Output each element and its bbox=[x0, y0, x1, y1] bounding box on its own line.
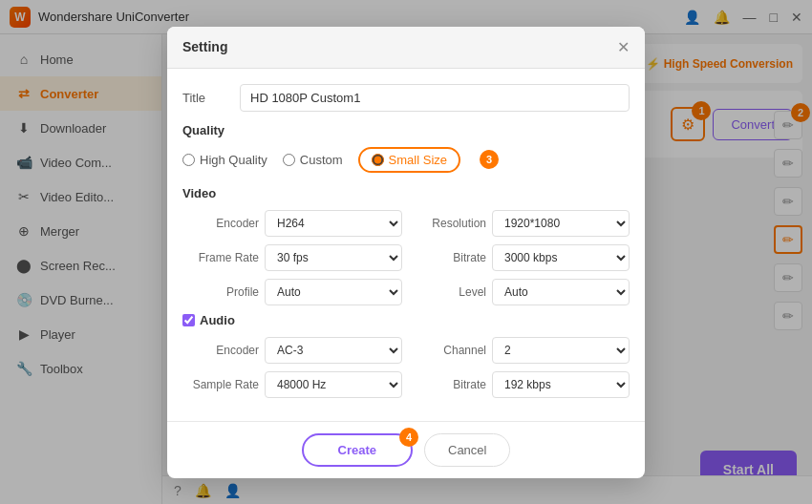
title-input[interactable] bbox=[240, 84, 630, 112]
title-label: Title bbox=[182, 91, 240, 105]
sample-rate-label: Sample Rate bbox=[182, 378, 259, 391]
resolution-field: Resolution 1920*1080 bbox=[410, 210, 630, 237]
encoder-label: Encoder bbox=[182, 217, 259, 230]
video-settings-grid: Encoder H264 Frame Rate 30 fps Profile bbox=[182, 210, 630, 313]
title-row: Title bbox=[182, 84, 630, 112]
audio-encoder-select[interactable]: AC-3 bbox=[265, 337, 402, 364]
audio-checkbox-label[interactable]: Audio bbox=[182, 313, 630, 327]
setting-modal: Setting ✕ Title Quality High Quality Cus… bbox=[167, 27, 645, 478]
audio-encoder-field: Encoder AC-3 bbox=[182, 337, 402, 364]
modal-title: Setting bbox=[182, 39, 227, 54]
channel-select[interactable]: 2 bbox=[492, 337, 630, 364]
audio-right-col: Channel 2 Bitrate 192 kbps bbox=[410, 337, 630, 406]
bitrate-label: Bitrate bbox=[410, 251, 486, 264]
framerate-field: Frame Rate 30 fps bbox=[182, 244, 402, 271]
video-section-title: Video bbox=[182, 186, 630, 200]
modal-close-button[interactable]: ✕ bbox=[617, 38, 630, 56]
profile-select[interactable]: Auto bbox=[265, 279, 402, 305]
modal-footer: Create 4 Cancel bbox=[167, 421, 645, 478]
encoder-row: Encoder H264 Frame Rate 30 fps Profile bbox=[182, 210, 402, 313]
audio-bitrate-select[interactable]: 192 kbps bbox=[492, 371, 630, 398]
bitrate-select[interactable]: 3000 kbps bbox=[492, 244, 630, 271]
profile-field: Profile Auto bbox=[182, 279, 402, 305]
audio-bitrate-label: Bitrate bbox=[410, 378, 486, 391]
audio-settings-grid: Encoder AC-3 Sample Rate 48000 Hz bbox=[182, 337, 630, 406]
quality-small-radio[interactable] bbox=[372, 154, 384, 166]
bitrate-field: Bitrate 3000 kbps bbox=[410, 244, 630, 271]
modal-overlay: Setting ✕ Title Quality High Quality Cus… bbox=[0, 0, 812, 504]
encoder-field: Encoder H264 bbox=[182, 210, 402, 237]
framerate-select[interactable]: 30 fps bbox=[265, 244, 402, 271]
cancel-button[interactable]: Cancel bbox=[424, 433, 510, 467]
quality-custom-option[interactable]: Custom bbox=[283, 153, 343, 167]
audio-left-col: Encoder AC-3 Sample Rate 48000 Hz bbox=[182, 337, 402, 406]
badge-3: 3 bbox=[480, 150, 499, 169]
badge-4: 4 bbox=[399, 428, 418, 447]
framerate-label: Frame Rate bbox=[182, 251, 259, 264]
modal-body: Title Quality High Quality Custom Small … bbox=[167, 69, 645, 421]
channel-label: Channel bbox=[410, 344, 486, 357]
audio-checkbox[interactable] bbox=[182, 314, 195, 326]
profile-label: Profile bbox=[182, 285, 259, 299]
sample-rate-select[interactable]: 48000 Hz bbox=[265, 371, 402, 398]
audio-bitrate-field: Bitrate 192 kbps bbox=[410, 371, 630, 398]
quality-high-option[interactable]: High Quality bbox=[182, 153, 267, 167]
resolution-label: Resolution bbox=[410, 217, 486, 230]
level-field: Level Auto bbox=[410, 279, 630, 305]
sample-rate-field: Sample Rate 48000 Hz bbox=[182, 371, 402, 398]
quality-small-option[interactable]: Small Size bbox=[358, 147, 460, 173]
create-button[interactable]: Create 4 bbox=[302, 433, 413, 467]
level-label: Level bbox=[410, 285, 486, 299]
resolution-select[interactable]: 1920*1080 bbox=[492, 210, 630, 237]
resolution-col: Resolution 1920*1080 Bitrate 3000 kbps L… bbox=[410, 210, 630, 313]
channel-field: Channel 2 bbox=[410, 337, 630, 364]
encoder-select[interactable]: H264 bbox=[265, 210, 402, 237]
quality-high-radio[interactable] bbox=[182, 154, 195, 166]
level-select[interactable]: Auto bbox=[492, 279, 630, 305]
quality-section-title: Quality bbox=[182, 123, 630, 137]
audio-encoder-label: Encoder bbox=[182, 344, 259, 357]
quality-custom-radio[interactable] bbox=[283, 154, 295, 166]
quality-options-row: High Quality Custom Small Size 3 bbox=[182, 147, 630, 173]
modal-header: Setting ✕ bbox=[167, 27, 645, 69]
